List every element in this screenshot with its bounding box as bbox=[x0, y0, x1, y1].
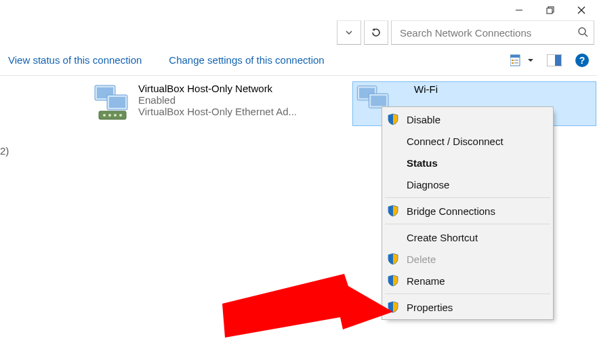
address-bar bbox=[0, 20, 597, 45]
menu-item-properties[interactable]: Properties bbox=[384, 296, 552, 318]
address-history-dropdown[interactable] bbox=[337, 20, 361, 45]
svg-marker-30 bbox=[222, 274, 393, 338]
svg-rect-13 bbox=[514, 62, 518, 64]
menu-item-bridge[interactable]: Bridge Connections bbox=[384, 200, 552, 222]
connection-status: Enabled bbox=[138, 94, 297, 106]
shield-icon bbox=[386, 274, 400, 287]
menu-label: Properties bbox=[407, 302, 453, 313]
svg-rect-29 bbox=[371, 96, 386, 106]
menu-separator bbox=[385, 224, 550, 224]
chevron-down-icon bbox=[528, 58, 533, 63]
menu-item-connect-disconnect[interactable]: Connect / Disconnect bbox=[384, 130, 552, 152]
connection-item-virtualbox[interactable]: VirtualBox Host-Only Network Enabled Vir… bbox=[92, 81, 343, 123]
svg-rect-9 bbox=[510, 55, 520, 58]
help-button[interactable]: ? bbox=[575, 54, 589, 67]
svg-rect-16 bbox=[555, 55, 561, 66]
group-count-fragment: 2) bbox=[0, 145, 9, 157]
connection-device: VirtualBox Host-Only Ethernet Ad... bbox=[138, 106, 297, 117]
shield-icon bbox=[386, 113, 400, 126]
content-area: 2) VirtualBox Host-Only Network Enabled … bbox=[0, 76, 597, 364]
svg-rect-2 bbox=[547, 8, 552, 14]
menu-item-create-shortcut[interactable]: Create Shortcut bbox=[384, 226, 552, 248]
view-status-link[interactable]: View status of this connection bbox=[8, 54, 142, 66]
menu-label: Delete bbox=[407, 254, 436, 265]
shield-icon bbox=[386, 204, 400, 218]
command-toolbar: View status of this connection Change se… bbox=[0, 45, 597, 76]
menu-separator bbox=[385, 197, 550, 198]
svg-line-7 bbox=[585, 34, 588, 37]
svg-marker-14 bbox=[528, 59, 533, 62]
menu-label: Diagnose bbox=[407, 179, 449, 190]
connection-name: Wi-Fi bbox=[400, 83, 438, 95]
change-settings-link[interactable]: Change settings of this connection bbox=[169, 54, 324, 66]
menu-label: Rename bbox=[407, 275, 445, 287]
connection-name: VirtualBox Host-Only Network bbox=[138, 83, 297, 94]
menu-item-status[interactable]: Status bbox=[384, 152, 552, 174]
svg-marker-5 bbox=[372, 28, 375, 31]
svg-rect-12 bbox=[512, 62, 514, 64]
search-input[interactable] bbox=[398, 26, 576, 39]
context-menu: Disable Connect / Disconnect Status Diag… bbox=[382, 106, 554, 320]
menu-item-rename[interactable]: Rename bbox=[384, 270, 552, 291]
menu-label: Connect / Disconnect bbox=[407, 136, 503, 147]
svg-point-24 bbox=[114, 114, 117, 117]
menu-separator bbox=[385, 294, 550, 294]
annotation-arrow bbox=[222, 263, 398, 351]
svg-rect-20 bbox=[109, 97, 125, 108]
shield-icon bbox=[386, 252, 400, 266]
refresh-button[interactable] bbox=[364, 20, 388, 45]
search-icon[interactable] bbox=[576, 26, 590, 39]
svg-rect-10 bbox=[512, 60, 514, 61]
menu-label: Disable bbox=[407, 114, 440, 125]
window-titlebar bbox=[0, 0, 597, 20]
svg-point-23 bbox=[108, 114, 111, 117]
view-mode-button[interactable] bbox=[510, 54, 533, 66]
preview-pane-button[interactable] bbox=[547, 54, 562, 66]
close-button[interactable] bbox=[566, 0, 597, 20]
menu-item-disable[interactable]: Disable bbox=[384, 108, 552, 130]
menu-label: Bridge Connections bbox=[407, 205, 495, 217]
svg-rect-11 bbox=[514, 60, 518, 61]
search-box[interactable] bbox=[391, 20, 594, 45]
svg-point-6 bbox=[579, 28, 585, 35]
menu-item-diagnose[interactable]: Diagnose bbox=[384, 174, 552, 195]
network-adapter-icon bbox=[92, 81, 134, 123]
shield-icon bbox=[386, 300, 400, 314]
svg-point-25 bbox=[119, 114, 122, 117]
minimize-button[interactable] bbox=[503, 0, 535, 20]
menu-item-delete: Delete bbox=[384, 248, 552, 270]
menu-label: Create Shortcut bbox=[407, 232, 478, 243]
menu-label: Status bbox=[407, 157, 438, 169]
svg-point-22 bbox=[103, 114, 106, 117]
maximize-button[interactable] bbox=[535, 0, 566, 20]
